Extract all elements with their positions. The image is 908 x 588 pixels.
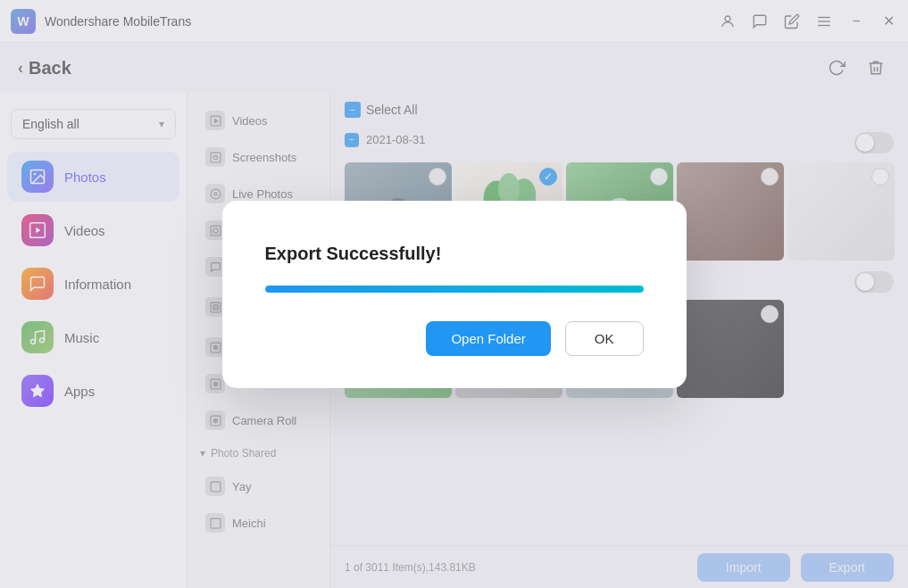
export-success-dialog: Export Successfully! Open Folder OK <box>222 201 687 388</box>
progress-bar-container <box>265 286 644 293</box>
ok-button[interactable]: OK <box>565 321 644 356</box>
dialog-title: Export Successfully! <box>265 244 442 264</box>
dialog-buttons: Open Folder OK <box>426 321 643 356</box>
progress-bar-fill <box>265 286 644 293</box>
modal-overlay: Export Successfully! Open Folder OK <box>0 0 908 588</box>
open-folder-button[interactable]: Open Folder <box>426 321 550 356</box>
